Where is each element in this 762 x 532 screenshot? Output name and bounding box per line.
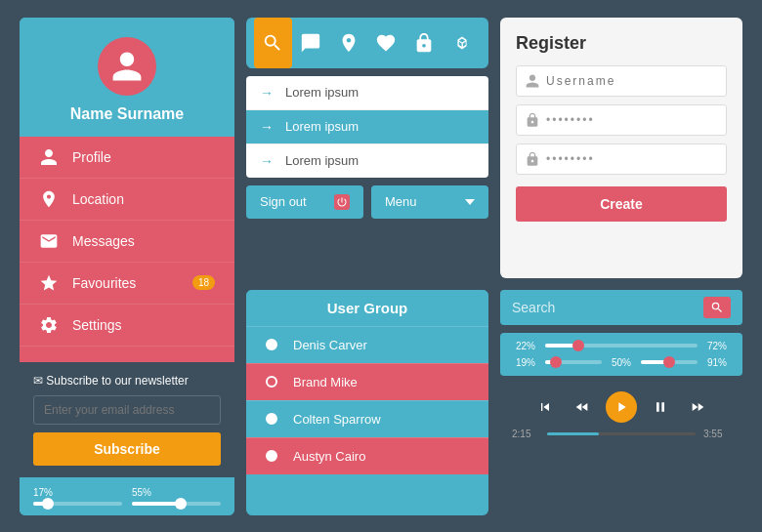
prev-icon (537, 399, 553, 415)
user-group-panel: User Group Denis Carver Brand Mike Colte… (246, 290, 488, 515)
nav-favourites[interactable]: Favourites 18 (20, 263, 234, 305)
iconbar-search[interactable] (254, 18, 292, 68)
progress-section: 17% 55% (20, 477, 234, 515)
slider-row-2: 19% 50% 91% (512, 357, 731, 368)
nav-messages[interactable]: Messages (20, 221, 234, 263)
password-icon-1 (525, 112, 540, 128)
avatar-section: Name Surname (20, 18, 234, 137)
newsletter-icon: ✉ (33, 374, 43, 388)
iconbar-cube[interactable] (443, 18, 481, 68)
progress-label-1: 17% (33, 487, 122, 498)
fastforward-icon (690, 399, 705, 415)
create-button[interactable]: Create (516, 186, 727, 222)
menu-button[interactable]: Menu (371, 185, 488, 219)
user-group-title: User Group (246, 290, 488, 326)
player-track[interactable] (547, 432, 696, 435)
nav-location[interactable]: Location (20, 179, 234, 221)
ug-dot-2 (266, 413, 277, 425)
fastforward-button[interactable] (684, 393, 711, 421)
ug-dot-3 (266, 450, 277, 462)
profile-icon (39, 147, 59, 167)
dropdown-arrow-0 (260, 85, 275, 101)
power-svg (336, 196, 348, 208)
ug-member-3[interactable]: Austyn Cairo (246, 437, 488, 474)
username-wrap (516, 65, 727, 97)
middle-top: Lorem ipsum Lorem ipsum Lorem ipsum Sign… (246, 18, 488, 278)
favourites-badge: 18 (192, 275, 215, 290)
right-bottom: 22% 72% 19% 50% 91% (500, 290, 742, 515)
rewind-icon (574, 399, 590, 415)
password-icon-2 (525, 151, 540, 167)
search-input[interactable] (512, 300, 703, 315)
user-icon (109, 49, 145, 84)
newsletter-title: Subscribe to our newsletter (46, 374, 188, 388)
dropdown-item-0[interactable]: Lorem ipsum (246, 76, 488, 110)
username-icon (525, 73, 540, 89)
player-total: 3:55 (703, 429, 731, 439)
slider-2-mid: 50% (608, 357, 635, 368)
iconbar-chat[interactable] (292, 18, 330, 68)
password-input-2[interactable] (546, 144, 718, 174)
iconbar-location[interactable] (329, 18, 367, 68)
prev-button[interactable] (531, 393, 559, 421)
dropdown-list: Lorem ipsum Lorem ipsum Lorem ipsum (246, 76, 488, 178)
pause-icon (653, 399, 668, 415)
nav-profile[interactable]: Profile (20, 137, 234, 179)
rewind-button[interactable] (569, 393, 596, 421)
password-wrap-2 (516, 143, 727, 175)
play-button[interactable] (606, 391, 637, 423)
ug-member-1[interactable]: Brand Mike (246, 363, 488, 400)
password-input-1[interactable] (546, 105, 718, 135)
lock-icon (413, 32, 435, 54)
cube-icon (451, 32, 473, 54)
email-input[interactable] (33, 395, 221, 425)
search-button[interactable] (703, 297, 731, 318)
player-fill (547, 432, 599, 435)
pause-button[interactable] (647, 393, 674, 421)
sliders-panel: 22% 72% 19% 50% 91% (500, 333, 742, 376)
ug-member-0[interactable]: Denis Carver (246, 326, 488, 363)
search-icon (262, 32, 283, 54)
username-input[interactable] (546, 66, 718, 96)
player-panel: 2:15 3:55 (500, 384, 742, 447)
dropdown-arrow-2 (260, 153, 275, 169)
action-buttons: Sign out Menu (246, 185, 488, 219)
signout-button[interactable]: Sign out (246, 185, 363, 219)
iconbar-lock[interactable] (405, 18, 444, 68)
password-wrap-1 (516, 104, 727, 136)
search-button-icon (710, 301, 724, 314)
ug-member-2[interactable]: Colten Sparrow (246, 400, 488, 437)
avatar (98, 37, 156, 96)
caret-icon (465, 199, 475, 205)
user-name: Name Surname (70, 105, 185, 123)
power-icon (334, 194, 350, 210)
subscribe-button[interactable]: Subscribe (33, 432, 221, 466)
map-pin-icon (338, 32, 360, 54)
play-icon (614, 399, 629, 415)
progress-label-2: 55% (132, 487, 221, 498)
heart-icon (375, 32, 397, 54)
slider-2-track[interactable] (545, 360, 602, 364)
player-current: 2:15 (512, 429, 539, 439)
player-progress: 2:15 3:55 (512, 429, 731, 439)
nav-menu: Profile Location Messages Favourites 18 (20, 137, 234, 362)
slider-row-1: 22% 72% (512, 341, 731, 351)
slider-1-track[interactable] (545, 344, 698, 348)
left-panel: Name Surname Profile Location Messages (20, 18, 234, 515)
icon-bar (246, 18, 488, 68)
location-icon (39, 189, 59, 209)
nav-settings[interactable]: Settings (20, 305, 234, 347)
chat-icon (300, 32, 321, 54)
dropdown-item-1[interactable]: Lorem ipsum (246, 110, 488, 144)
progress-bar-1: 17% (33, 487, 122, 506)
messages-icon (39, 231, 59, 251)
settings-icon (39, 315, 59, 335)
slider-2-track-2[interactable] (641, 360, 698, 364)
ug-dot-0 (266, 339, 277, 350)
iconbar-heart[interactable] (367, 18, 405, 68)
slider-1-left: 22% (512, 341, 539, 351)
player-controls (512, 391, 731, 423)
register-title: Register (516, 33, 727, 54)
slider-2-left: 19% (512, 357, 539, 368)
dropdown-item-2[interactable]: Lorem ipsum (246, 144, 488, 178)
